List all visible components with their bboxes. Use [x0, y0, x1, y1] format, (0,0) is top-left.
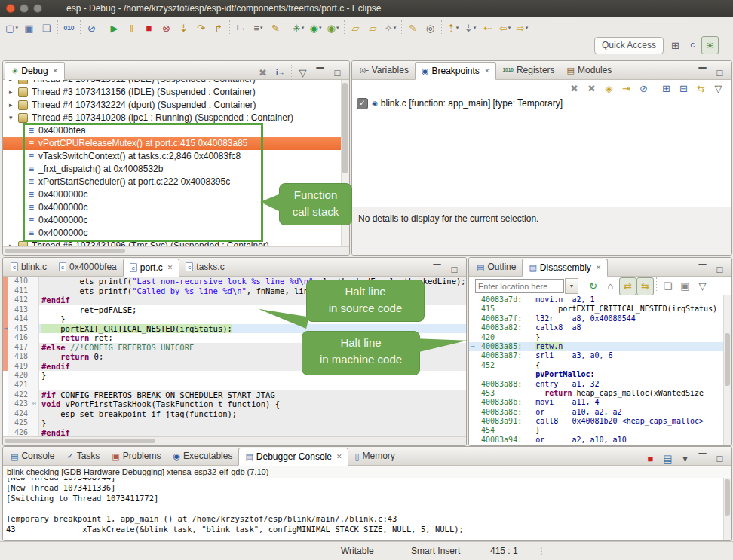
thread-row[interactable]: ▾Thread #5 1073410208 (ipc1 : Running) (… [3, 112, 342, 124]
tab-close-icon[interactable]: ✕ [336, 453, 342, 461]
skip-breakpoints-toggle[interactable]: ⊘ [635, 79, 652, 97]
disasm-maximize-button[interactable]: □ [711, 260, 728, 278]
stack-frame-row[interactable]: ≡vPortCPUReleaseMutex() at port.c:415 0x… [3, 137, 342, 150]
thread-row[interactable]: ▸Thread #4 1073432224 (dport) (Suspended… [3, 99, 342, 112]
previous-annotation-button[interactable]: ⇠ [479, 19, 496, 37]
step-return-button[interactable]: ↱ [210, 19, 227, 37]
debug-minimize-button[interactable]: ▔ [311, 63, 329, 81]
console-output[interactable]: [New Thread 1073468744][New Thread 10734… [3, 478, 724, 540]
editor-horizontal-scrollbar[interactable] [3, 436, 466, 445]
new-button[interactable]: ▢▾ [3, 19, 20, 37]
disassembly-line[interactable]: 454 } [469, 426, 724, 435]
display-selected-console-button[interactable]: ▤ [659, 449, 676, 467]
console-vertical-scrollbar[interactable] [723, 478, 731, 540]
editor-maximize-button[interactable]: □ [446, 260, 463, 278]
tab-memory[interactable]: ▯Memory [348, 448, 400, 464]
external-tools-button[interactable]: ✧▾ [382, 19, 399, 37]
profile-button[interactable]: ◉▾ [324, 19, 342, 37]
binary-console-button[interactable]: 010 [60, 19, 78, 37]
quick-access-button[interactable]: Quick Access [594, 37, 664, 54]
dropdown-arrow-icon[interactable]: ▾ [319, 25, 322, 31]
console-terminate-button[interactable]: ■ [642, 449, 659, 467]
editor-line[interactable]: 425} [3, 418, 466, 428]
tab-debug[interactable]: ✳Debug✕ [5, 62, 65, 80]
dropdown-arrow-icon[interactable]: ▾ [260, 25, 263, 31]
go-to-file-for-breakpoint-button[interactable]: ⇥ [618, 79, 635, 97]
back-button[interactable]: ⇦▾ [496, 19, 514, 37]
open-element-button[interactable]: ▱ [364, 19, 382, 37]
disassembly-line[interactable]: 453 return heap_caps_malloc(xWantedSize [469, 389, 724, 398]
remove-all-terminated-button[interactable]: ✖ [254, 63, 271, 81]
console-minimize-button[interactable]: ▔ [694, 449, 711, 467]
show-breakpoints-for-selection-button[interactable]: ◈ [600, 79, 618, 97]
breakpoint-list-item[interactable]: ✓ ◉ blink.c [function: app_main] [type: … [352, 96, 731, 110]
cpp-perspective-button[interactable]: C [684, 36, 701, 54]
suspend-button[interactable]: ‖ [123, 19, 140, 37]
disassembly-line[interactable]: 40083a8b: movi a11, 4 [469, 398, 724, 407]
dropdown-arrow-icon[interactable]: ▾ [474, 25, 477, 31]
track-expression-toggle[interactable]: ⇆ [636, 277, 654, 295]
save-button[interactable]: ▣ [20, 19, 38, 37]
mark-occurrences-button[interactable]: ✎ [267, 19, 284, 37]
save-all-button[interactable]: ❏ [38, 19, 55, 37]
dropdown-arrow-icon[interactable]: ▾ [456, 25, 459, 31]
breakpoint-checkbox[interactable]: ✓ [357, 98, 368, 109]
run-button[interactable]: ◉▾ [307, 19, 324, 37]
skip-all-breakpoints-button[interactable]: ⊘ [83, 19, 100, 37]
disasm-view-menu-button[interactable]: ▽ [694, 277, 711, 295]
thread-row[interactable]: ▸Thread #2 1073413912 (IDLE) (Suspended … [3, 80, 342, 86]
disassembly-line[interactable]: 415 portEXIT_CRITICAL_NESTED(irqStatus) [469, 304, 724, 314]
disasm-minimize-button[interactable]: ▔ [694, 260, 711, 278]
sync-with-active-context-toggle[interactable]: ⇄ [619, 277, 636, 295]
disassembly-line[interactable]: 40083a8e: or a10, a2, a2 [469, 408, 724, 417]
link-with-debug-view-button[interactable]: ⇆ [692, 79, 710, 97]
disassembly-line[interactable]: 40083a87: srli a3, a0, 6 [469, 351, 724, 360]
next-annotation-button[interactable]: ⇣▾ [462, 19, 479, 37]
tab-close-icon[interactable]: ✕ [484, 67, 490, 75]
disassembly-line[interactable]: 452 { [469, 361, 724, 370]
tree-twisty-icon[interactable]: ▸ [9, 86, 18, 99]
tree-twisty-icon[interactable]: ▸ [9, 80, 18, 86]
build-all-button[interactable]: ▱ [347, 19, 364, 37]
debug-view-menu-button[interactable]: ▽ [294, 63, 311, 81]
disassembly-vertical-scrollbar[interactable] [723, 295, 731, 445]
editor-line[interactable]: 424 esp_set_breakpoint_if_jtag(function)… [3, 409, 466, 419]
console-maximize-button[interactable]: □ [711, 449, 728, 467]
tab-tasks[interactable]: ✓Tasks [60, 448, 106, 464]
last-edit-location-button[interactable]: ⇡▾ [444, 19, 462, 37]
tree-twisty-icon[interactable]: ▾ [9, 112, 18, 124]
disassembly-line[interactable]: 40083a91: call8 0x40081b20 <heap_caps_ma… [469, 417, 724, 426]
stack-frame-row[interactable]: ≡0x4000bfea [3, 124, 342, 137]
bp-minimize-button[interactable]: ▔ [694, 63, 711, 81]
tab-modules[interactable]: ▤Modules [561, 62, 618, 78]
disassembly-line[interactable]: 40083a7d: movi.n a2, 1 [469, 295, 724, 304]
dropdown-arrow-icon[interactable]: ▾ [526, 25, 529, 31]
dropdown-arrow-icon[interactable]: ▾ [394, 25, 397, 31]
tab-debugger-console[interactable]: ▤Debugger Console✕ [238, 448, 348, 466]
tab-tasks-c[interactable]: ctasks.c [179, 259, 230, 275]
tab-disassembly[interactable]: ▤Disassembly✕ [522, 259, 608, 277]
instruction-stepping-toggle[interactable]: i→ [271, 63, 289, 81]
disassembly-line[interactable]: ⇨40083a85: retw.n [469, 342, 724, 351]
tab-close-icon[interactable]: ✕ [167, 264, 173, 271]
editor-line[interactable]: 423⊖void vPortFirstTaskHook(TaskFunction… [3, 399, 466, 409]
open-perspective-button[interactable]: ⊞ [667, 36, 684, 54]
tab-registers[interactable]: 1010Registers [496, 62, 560, 78]
disassembly-line[interactable]: 40083a88: entry a1, 32 [469, 380, 724, 389]
pin-view-button[interactable]: ▣ [676, 277, 694, 295]
home-button[interactable]: ⌂ [602, 277, 619, 295]
stack-frame-row[interactable]: ≡_frxt_dispatch() at 0x4008532b [3, 163, 342, 176]
location-dropdown-icon[interactable]: ▼ [565, 278, 578, 294]
debug-button[interactable]: ✳▾ [290, 19, 307, 37]
step-over-button[interactable]: ↷ [192, 19, 210, 37]
terminate-button[interactable]: ■ [140, 19, 158, 37]
disassembly-line[interactable]: pvPortMalloc: [469, 370, 724, 379]
window-maximize-button[interactable] [33, 4, 42, 13]
disassembly-line[interactable]: 40083a7f: l32r a8, 0x40080544 [469, 314, 724, 323]
editor-minimize-button[interactable]: ▔ [428, 260, 446, 278]
search-button[interactable]: ◎ [422, 19, 439, 37]
tab-executables[interactable]: ◉Executables [167, 448, 238, 464]
disconnect-button[interactable]: ⊗ [158, 19, 175, 37]
stack-frame-row[interactable]: ≡vTaskSwitchContext() at tasks.c:2,846 0… [3, 150, 342, 163]
dropdown-arrow-icon[interactable]: ▾ [15, 25, 18, 31]
